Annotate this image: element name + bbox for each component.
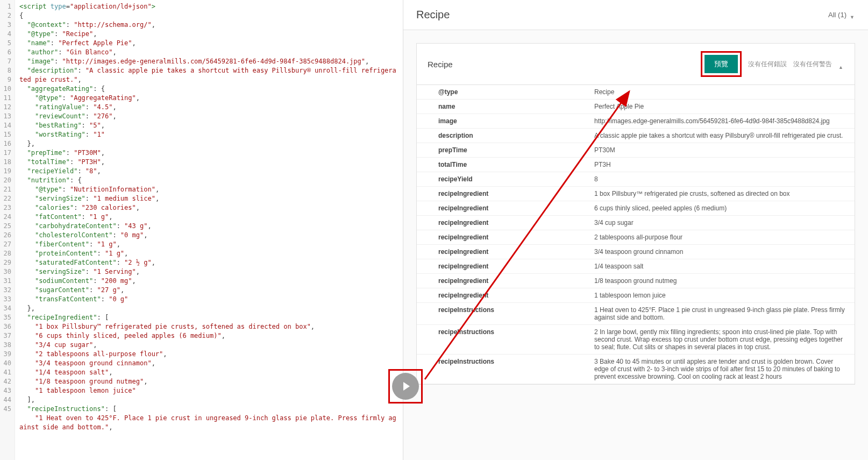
table-row: recipeIngredient1 box Pillsbury™ refrige… — [417, 187, 855, 201]
table-row: recipeInstructions3 Bake 40 to 45 minute… — [417, 355, 855, 384]
property-value: Recipe — [589, 85, 855, 100]
property-key: recipeIngredient — [417, 259, 589, 274]
property-key: recipeYield — [417, 172, 589, 187]
property-key: prepTime — [417, 143, 589, 158]
property-key: recipeIngredient — [417, 274, 589, 288]
property-value: 1 Heat oven to 425°F. Place 1 pie crust … — [589, 303, 855, 325]
property-key: @type — [417, 85, 589, 100]
table-row: namePerfect Apple Pie — [417, 100, 855, 114]
property-value: PT30M — [589, 143, 855, 158]
recipe-card: Recipe 預覽 沒有任何錯誤 沒有任何警告 @typeRecipenameP… — [416, 43, 855, 385]
table-row: recipeIngredient1 tablespoon lemon juice — [417, 288, 855, 303]
property-value: 3/4 teaspoon ground cinnamon — [589, 245, 855, 259]
property-value: 2 In large bowl, gently mix filling ingr… — [589, 325, 855, 355]
property-key: recipeIngredient — [417, 230, 589, 245]
table-row: recipeIngredient3/4 teaspoon ground cinn… — [417, 245, 855, 259]
play-icon — [403, 382, 410, 391]
property-key: recipeInstructions — [417, 303, 589, 325]
table-row: recipeInstructions2 In large bowl, gentl… — [417, 325, 855, 355]
table-row: recipeInstructions1 Heat oven to 425°F. … — [417, 303, 855, 325]
properties-table: @typeRecipenamePerfect Apple Pieimagehtt… — [417, 85, 855, 384]
property-key: recipeIngredient — [417, 216, 589, 230]
property-key: name — [417, 100, 589, 114]
play-button-highlight — [388, 369, 423, 404]
property-value: 1/8 teaspoon ground nutmeg — [589, 274, 855, 288]
line-gutter: 1234567891011121314151617181920212223242… — [0, 0, 15, 460]
table-row: descriptionA classic apple pie takes a s… — [417, 129, 855, 143]
code-editor-panel[interactable]: 1234567891011121314151617181920212223242… — [0, 0, 403, 460]
property-key: recipeInstructions — [417, 325, 589, 355]
property-value: 1/4 teaspoon salt — [589, 259, 855, 274]
results-header: Recipe All (1) — [403, 0, 868, 30]
property-value: A classic apple pie takes a shortcut wit… — [589, 129, 855, 143]
no-warnings-text: 沒有任何警告 — [793, 60, 832, 69]
property-key: recipeInstructions — [417, 355, 589, 384]
card-title: Recipe — [428, 60, 453, 69]
filter-dropdown-label: All (1) — [828, 11, 846, 19]
card-body[interactable]: @typeRecipenamePerfect Apple Pieimagehtt… — [417, 85, 855, 384]
table-row: @typeRecipe — [417, 85, 855, 100]
preview-button[interactable]: 預覽 — [705, 55, 738, 73]
code-content[interactable]: <script type="application/ld+json">{ "@c… — [15, 0, 403, 460]
table-row: recipeIngredient2 tablespoons all-purpos… — [417, 230, 855, 245]
property-value: 1 box Pillsbury™ refrigerated pie crusts… — [589, 187, 855, 201]
table-row: recipeYield8 — [417, 172, 855, 187]
property-value: 6 cups thinly sliced, peeled apples (6 m… — [589, 201, 855, 216]
preview-button-highlight: 預覽 — [701, 51, 742, 77]
property-value: Perfect Apple Pie — [589, 100, 855, 114]
filter-dropdown[interactable]: All (1) — [828, 11, 855, 19]
table-row: prepTimePT30M — [417, 143, 855, 158]
play-button[interactable] — [392, 373, 419, 400]
table-row: totalTimePT3H — [417, 158, 855, 172]
no-errors-text: 沒有任何錯誤 — [748, 60, 787, 69]
table-row: recipeIngredient3/4 cup sugar — [417, 216, 855, 230]
table-row: recipeIngredient1/8 teaspoon ground nutm… — [417, 274, 855, 288]
table-row: recipeIngredient6 cups thinly sliced, pe… — [417, 201, 855, 216]
property-value: 3 Bake 40 to 45 minutes or until apples … — [589, 355, 855, 384]
results-panel: Recipe All (1) Recipe 預覽 沒有任何錯誤 沒有任何警告 — [403, 0, 868, 460]
property-key: recipeIngredient — [417, 187, 589, 201]
property-key: description — [417, 129, 589, 143]
card-header[interactable]: Recipe 預覽 沒有任何錯誤 沒有任何警告 — [417, 44, 855, 85]
property-key: recipeIngredient — [417, 288, 589, 303]
card-actions: 預覽 沒有任何錯誤 沒有任何警告 — [701, 51, 844, 77]
table-row: recipeIngredient1/4 teaspoon salt — [417, 259, 855, 274]
chevron-up-icon[interactable] — [838, 61, 844, 67]
property-value: 3/4 cup sugar — [589, 216, 855, 230]
property-value: 1 tablespoon lemon juice — [589, 288, 855, 303]
property-key: recipeIngredient — [417, 245, 589, 259]
property-key: recipeIngredient — [417, 201, 589, 216]
property-value: PT3H — [589, 158, 855, 172]
property-value: http://images.edge-generalmills.com/5645… — [589, 114, 855, 129]
chevron-down-icon — [850, 12, 855, 18]
property-value: 2 tablespoons all-purpose flour — [589, 230, 855, 245]
property-key: totalTime — [417, 158, 589, 172]
table-row: imagehttp://images.edge-generalmills.com… — [417, 114, 855, 129]
property-key: image — [417, 114, 589, 129]
property-value: 8 — [589, 172, 855, 187]
results-title: Recipe — [416, 9, 450, 21]
